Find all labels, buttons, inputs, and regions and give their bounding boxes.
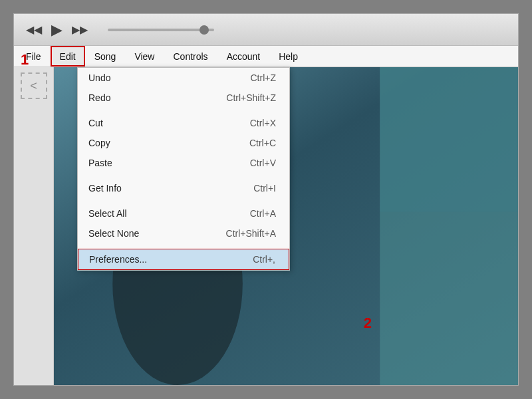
menu-redo-shortcut: Ctrl+Shift+Z xyxy=(226,92,276,103)
separator-1 xyxy=(78,108,289,113)
rewind-button[interactable]: ◀◀ xyxy=(25,22,43,37)
app-window: ◀◀ ▶ ▶▶ 1 File Edit Song View Controls A… xyxy=(13,13,519,386)
step2-label: 2 xyxy=(364,315,372,332)
menu-undo-shortcut: Ctrl+Z xyxy=(251,72,277,83)
menu-selectall-label: Select All xyxy=(88,208,127,219)
forward-button[interactable]: ▶▶ xyxy=(70,22,89,37)
menu-item-help[interactable]: Help xyxy=(269,46,307,66)
menu-preferences[interactable]: Preferences... Ctrl+, xyxy=(78,249,289,270)
volume-slider-container xyxy=(108,29,507,31)
separator-2 xyxy=(78,173,289,178)
menu-preferences-label: Preferences... xyxy=(89,254,147,265)
menu-paste[interactable]: Paste Ctrl+V xyxy=(78,153,289,173)
menu-preferences-shortcut: Ctrl+, xyxy=(253,254,275,265)
menu-item-edit[interactable]: Edit xyxy=(51,46,85,66)
menu-item-controls[interactable]: Controls xyxy=(164,46,217,66)
edit-dropdown-menu: Undo Ctrl+Z Redo Ctrl+Shift+Z Cut Ctrl+X… xyxy=(77,67,290,271)
separator-3 xyxy=(78,198,289,203)
menu-selectall-shortcut: Ctrl+A xyxy=(250,208,276,219)
svg-rect-4 xyxy=(380,67,518,211)
menu-redo[interactable]: Redo Ctrl+Shift+Z xyxy=(78,88,289,108)
menu-selectnone-shortcut: Ctrl+Shift+A xyxy=(226,228,276,239)
sidebar-back-button[interactable]: < xyxy=(21,72,47,99)
menu-cut-label: Cut xyxy=(88,118,103,128)
menu-getinfo-shortcut: Ctrl+I xyxy=(253,183,276,194)
transport-bar: ◀◀ ▶ ▶▶ xyxy=(14,14,518,46)
menu-undo-label: Undo xyxy=(88,72,110,83)
separator-4 xyxy=(78,243,289,249)
menu-copy[interactable]: Copy Ctrl+C xyxy=(78,133,289,153)
sidebar: < xyxy=(14,67,54,385)
volume-slider[interactable] xyxy=(108,29,214,31)
menu-item-account[interactable]: Account xyxy=(217,46,270,66)
menu-bar: File Edit Song View Controls Account Hel… xyxy=(14,46,518,67)
transport-controls: ◀◀ ▶ ▶▶ xyxy=(25,20,89,40)
menu-cut[interactable]: Cut Ctrl+X xyxy=(78,113,289,133)
forward-icon: ▶▶ xyxy=(72,24,88,35)
menu-undo[interactable]: Undo Ctrl+Z xyxy=(78,68,289,88)
menu-copy-label: Copy xyxy=(88,138,110,148)
step1-label: 1 xyxy=(21,51,29,68)
menu-getinfo-label: Get Info xyxy=(88,183,122,194)
menu-selectall[interactable]: Select All Ctrl+A xyxy=(78,203,289,223)
menu-getinfo[interactable]: Get Info Ctrl+I xyxy=(78,178,289,198)
back-icon: < xyxy=(30,79,37,93)
play-icon: ▶ xyxy=(51,21,63,38)
menu-copy-shortcut: Ctrl+C xyxy=(249,138,276,148)
volume-thumb xyxy=(200,25,209,35)
menu-item-song[interactable]: Song xyxy=(85,46,126,66)
menu-paste-label: Paste xyxy=(88,158,112,168)
rewind-icon: ◀◀ xyxy=(26,24,42,35)
menu-item-view[interactable]: View xyxy=(125,46,164,66)
menu-redo-label: Redo xyxy=(88,92,110,103)
menu-selectnone[interactable]: Select None Ctrl+Shift+A xyxy=(78,223,289,243)
menu-paste-shortcut: Ctrl+V xyxy=(250,158,276,168)
play-button[interactable]: ▶ xyxy=(50,20,64,40)
menu-selectnone-label: Select None xyxy=(88,228,139,239)
menu-cut-shortcut: Ctrl+X xyxy=(250,118,276,128)
